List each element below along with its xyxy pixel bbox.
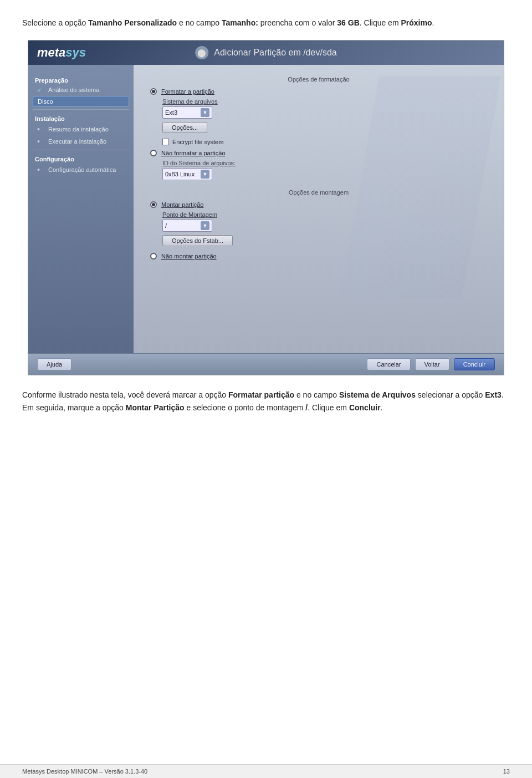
main-panel: Opções de formatação Formatar a partição…	[134, 65, 504, 353]
select-mount-value: /	[165, 222, 167, 229]
intro-text-after: preencha com o valor	[258, 18, 337, 27]
body-text1-mid: e no campo	[294, 390, 339, 399]
checkbox-encrypt-row: Encrypt file system	[162, 139, 487, 145]
footer-left-text: Metasys Desktop MINICOM – Versão 3.1.3-4…	[22, 768, 147, 775]
radio-nao-formatar-dot[interactable]	[150, 150, 157, 156]
radio-nao-montar-row: Não montar partição	[150, 253, 487, 260]
window-title-bar: ⬤ Adicionar Partição em /dev/sda	[195, 46, 336, 59]
btn-voltar[interactable]: Voltar	[415, 358, 449, 370]
select-row-mount: / ▼	[162, 220, 487, 232]
select-mount-point[interactable]: / ▼	[162, 220, 212, 232]
mount-sub: Ponto de Montagem / ▼ Opções do Fstab...	[162, 211, 487, 250]
intro-text-mid: e no campo	[177, 18, 222, 27]
btn-concluir[interactable]: Concluir	[454, 358, 495, 370]
sidebar-item-disco[interactable]: Disco	[33, 96, 129, 107]
footer-right: Cancelar Voltar Concluir	[367, 358, 495, 370]
select-ext3[interactable]: Ext3 ▼	[162, 106, 212, 119]
btn-cancelar[interactable]: Cancelar	[367, 358, 410, 370]
select-ext3-arrow[interactable]: ▼	[201, 108, 209, 117]
format-section: Opções de formatação Formatar a partição…	[150, 76, 487, 180]
intro-text-before: Selecione a opção	[22, 18, 88, 27]
select-row-ext3: Ext3 ▼	[162, 106, 487, 119]
metasys-window: metasys ⬤ Adicionar Partição em /dev/sda…	[28, 40, 504, 375]
body-text1-after: selecionar a opção	[416, 390, 485, 399]
radio-formatar-row: Formatar a partição	[150, 88, 487, 95]
mount-point-label: Ponto de Montagem	[162, 211, 487, 218]
btn-fstab-wrapper: Opções do Fstab...	[162, 235, 487, 250]
select-mount-arrow[interactable]: ▼	[201, 221, 209, 230]
select-ext3-value: Ext3	[165, 109, 177, 116]
sidebar-item-config[interactable]: Configuração automática	[28, 164, 134, 176]
select-id-arrow[interactable]: ▼	[201, 170, 209, 179]
sidebar-section-preparacao: Preparação	[28, 74, 134, 85]
metasys-logo: metasys	[37, 45, 86, 60]
btn-ajuda[interactable]: Ajuda	[37, 358, 71, 370]
screenshot-wrapper: metasys ⬤ Adicionar Partição em /dev/sda…	[28, 40, 504, 375]
window-body: Preparação Análise do sistema Disco Inst…	[28, 65, 504, 353]
body-text2-end: .	[381, 403, 383, 412]
sidebar-item-resumo-label: Resumo da instalação	[48, 126, 109, 133]
radio-formatar-dot[interactable]	[150, 88, 157, 95]
sub-options-format: Sistema de arquivos Ext3 ▼ Opções...	[162, 98, 487, 145]
body-bold-montar: Montar Partição	[126, 403, 185, 412]
body-text1-before: Conforme ilustrado nesta tela, você deve…	[22, 390, 228, 399]
body-text2-mid: e selecione o ponto de montagem	[185, 403, 306, 412]
intro-text-end: . Clique em	[360, 18, 401, 27]
sidebar-item-resumo[interactable]: Resumo da instalação	[28, 123, 134, 135]
sidebar-item-analise[interactable]: Análise do sistema	[28, 85, 134, 95]
intro-bold2: Tamanho:	[222, 18, 258, 27]
radio-montar-label: Montar partição	[161, 201, 203, 208]
intro-bold1: Tamanho Personalizado	[88, 18, 177, 27]
sub-sistema-label: Sistema de arquivos	[162, 98, 487, 105]
sidebar-section-configuracao: Configuração	[28, 152, 134, 164]
body-text2-after: . Clique em	[308, 403, 349, 412]
body-bold1: Formatar partição	[228, 390, 294, 399]
radio-montar-row: Montar partição	[150, 201, 487, 208]
intro-paragraph: Selecione a opção Tamanho Personalizado …	[22, 17, 510, 29]
radio-formatar-label: Formatar a partição	[161, 88, 214, 95]
btn-fstab[interactable]: Opções do Fstab...	[162, 235, 233, 246]
sidebar: Preparação Análise do sistema Disco Inst…	[28, 65, 134, 353]
window-title-text: Adicionar Partição em /dev/sda	[214, 48, 336, 58]
id-label: ID do Sistema de arquivos:	[162, 160, 487, 166]
radio-nao-montar-dot[interactable]	[150, 253, 157, 260]
window-title-icon: ⬤	[195, 46, 208, 59]
sidebar-sep1	[33, 109, 129, 110]
encrypt-label: Encrypt file system	[172, 139, 223, 145]
btn-opcoes-wrapper: Opções...	[162, 122, 487, 136]
radio-nao-formatar-label: Não formatar a partição	[161, 150, 226, 156]
sidebar-item-disco-label: Disco	[38, 98, 53, 105]
mount-section: Opções de montagem Montar partição Ponto…	[150, 189, 487, 260]
metasys-topbar: metasys ⬤ Adicionar Partição em /dev/sda	[28, 40, 504, 65]
page-footer: Metasys Desktop MINICOM – Versão 3.1.3-4…	[0, 764, 532, 778]
body-paragraph: Conforme ilustrado nesta tela, você deve…	[22, 389, 510, 414]
body-bold-concluir: Concluir	[349, 403, 381, 412]
radio-nao-formatar-row: Não formatar a partição	[150, 150, 487, 156]
footer-left: Ajuda	[37, 358, 71, 370]
sidebar-sep2	[33, 150, 129, 150]
sidebar-item-config-label: Configuração automática	[48, 166, 116, 173]
footer-page-number: 13	[503, 768, 510, 775]
page-content: Selecione a opção Tamanho Personalizado …	[0, 0, 532, 454]
sidebar-item-analise-label: Análise do sistema	[48, 87, 99, 93]
radio-nao-montar-label: Não montar partição	[161, 253, 217, 260]
body-bold3: Ext3	[485, 390, 502, 399]
body-bold2: Sistema de Arquivos	[339, 390, 416, 399]
id-section: ID do Sistema de arquivos: 0x83 Linux ▼	[162, 160, 487, 180]
sidebar-item-executar-label: Executar a instalação	[48, 138, 106, 145]
radio-montar-dot[interactable]	[150, 201, 157, 208]
checkbox-encrypt[interactable]	[162, 139, 169, 145]
logo-meta: meta	[37, 45, 65, 59]
btn-opcoes[interactable]: Opções...	[162, 122, 207, 133]
select-id-value: 0x83 Linux	[165, 171, 195, 177]
logo-sys: sys	[65, 45, 86, 59]
window-footer: Ajuda Cancelar Voltar Concluir	[28, 353, 504, 375]
sidebar-section-instalacao: Instalação	[28, 112, 134, 123]
format-section-title: Opções de formatação	[150, 76, 487, 83]
sidebar-item-executar[interactable]: Executar a instalação	[28, 135, 134, 148]
mount-title: Opções de montagem	[150, 189, 487, 196]
select-row-id: 0x83 Linux ▼	[162, 168, 487, 180]
intro-period: .	[432, 18, 434, 27]
intro-bold4: Próximo	[401, 18, 432, 27]
select-id[interactable]: 0x83 Linux ▼	[162, 168, 212, 180]
